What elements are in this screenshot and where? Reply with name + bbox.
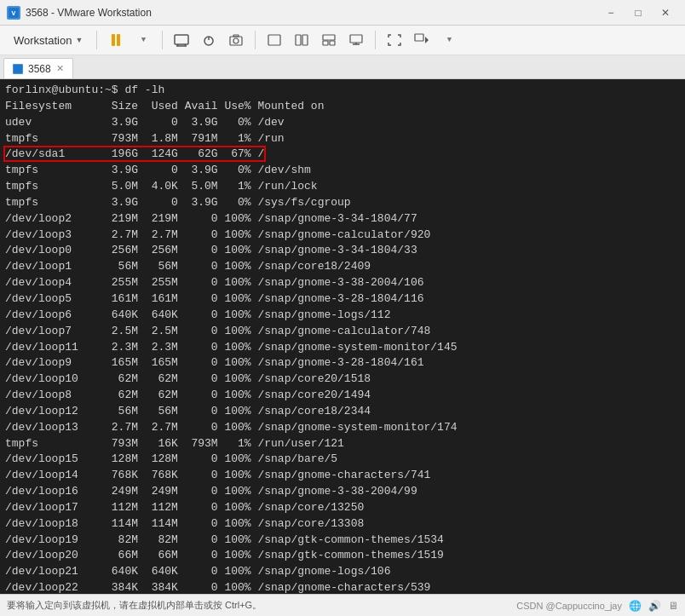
terminal-line: /dev/loop4 255M 255M 0 100% /snap/gnome-… <box>5 275 680 291</box>
terminal-line: /dev/loop10 62M 62M 0 100% /snap/core20/… <box>5 371 680 388</box>
toolbar-separator-3 <box>255 31 256 49</box>
svg-rect-2 <box>175 35 188 44</box>
svg-rect-16 <box>350 35 362 43</box>
terminal-line: /dev/loop18 114M 114M 0 100% /snap/core/… <box>5 516 680 533</box>
status-message-area: 要将输入定向到该虚拟机，请在虚拟机内部单击或按 Ctrl+G。 <box>7 599 262 612</box>
terminal-line: /dev/loop21 640K 640K 0 100% /snap/gnome… <box>5 564 680 580</box>
terminal-line: tmpfs 3.9G 0 3.9G 0% /sys/fs/cgroup <box>5 195 680 211</box>
pause-dropdown[interactable]: ▼ <box>131 29 155 51</box>
terminal-line: /dev/loop6 640K 640K 0 100% /snap/gnome-… <box>5 308 680 324</box>
terminal-line: /dev/loop9 165M 165M 0 100% /snap/gnome-… <box>5 355 680 371</box>
window-title: 3568 - VMware Workstation <box>26 7 152 19</box>
workstation-dropdown-arrow: ▼ <box>75 36 83 44</box>
terminal-line: /dev/loop20 66M 66M 0 100% /snap/gtk-com… <box>5 548 680 564</box>
terminal-line: /dev/loop0 256M 256M 0 100% /snap/gnome-… <box>5 243 680 259</box>
svg-rect-11 <box>296 35 301 45</box>
terminal-line: /dev/loop17 112M 112M 0 100% /snap/core/… <box>5 500 680 516</box>
toolbar-separator-4 <box>375 31 376 49</box>
highlighted-line-content: /dev/sda1 196G 124G 62G 67% / <box>5 147 264 160</box>
terminal-line: /dev/loop12 56M 56M 0 100% /snap/core18/… <box>5 404 680 420</box>
view-button-4[interactable] <box>344 29 368 51</box>
unity-dropdown[interactable]: ▼ <box>437 29 461 51</box>
app-icon: V <box>7 6 20 20</box>
terminal-line: /dev/loop19 82M 82M 0 100% /snap/gtk-com… <box>5 533 680 549</box>
view-button-3[interactable] <box>317 29 341 51</box>
pause-bar-right <box>117 34 120 46</box>
terminal-line: /dev/sda1 196G 124G 62G 67% / <box>5 147 680 163</box>
terminal-line: /dev/loop5 161M 161M 0 100% /snap/gnome-… <box>5 291 680 308</box>
svg-point-8 <box>233 38 239 43</box>
terminal-line: /dev/loop16 249M 249M 0 100% /snap/gnome… <box>5 484 680 500</box>
terminal-line: udev 3.9G 0 3.9G 0% /dev <box>5 115 680 131</box>
terminal-line: /dev/loop7 2.5M 2.5M 0 100% /snap/gnome-… <box>5 324 680 340</box>
svg-marker-20 <box>425 37 429 43</box>
terminal-line: /dev/loop22 384K 384K 0 100% /snap/gnome… <box>5 580 680 594</box>
terminal-line: forlinx@ubuntu:~$ df -lh <box>5 83 680 99</box>
terminal-line: /dev/loop14 768K 768K 0 100% /snap/gnome… <box>5 468 680 484</box>
svg-rect-14 <box>323 41 328 45</box>
svg-rect-9 <box>233 35 239 37</box>
window-controls: − □ ✕ <box>598 4 678 21</box>
maximize-button[interactable]: □ <box>625 4 651 21</box>
display-icon: 🖥 <box>668 600 678 612</box>
tab-bar: 3568 ✕ <box>0 55 685 79</box>
terminal-line: tmpfs 3.9G 0 3.9G 0% /dev/shm <box>5 163 680 179</box>
title-bar-left: V 3568 - VMware Workstation <box>7 6 152 20</box>
terminal-line: /dev/loop1 56M 56M 0 100% /snap/core18/2… <box>5 259 680 275</box>
menu-bar: Workstation ▼ ▼ <box>0 26 685 55</box>
snapshot-button[interactable] <box>224 29 248 51</box>
send-ctrl-alt-del-button[interactable] <box>170 29 193 51</box>
terminal-line: Filesystem Size Used Avail Use% Mounted … <box>5 99 680 115</box>
status-bar: 要将输入定向到该虚拟机，请在虚拟机内部单击或按 Ctrl+G。 CSDN @Ca… <box>0 594 685 616</box>
terminal-line: /dev/loop8 62M 62M 0 100% /snap/core20/1… <box>5 388 680 404</box>
sound-icon: 🔊 <box>648 600 661 612</box>
svg-rect-19 <box>415 34 423 41</box>
svg-rect-21 <box>14 65 22 73</box>
toolbar-separator-1 <box>96 31 97 49</box>
terminal-line: /dev/loop11 2.3M 2.3M 0 100% /snap/gnome… <box>5 340 680 356</box>
workstation-menu[interactable]: Workstation ▼ <box>7 31 89 50</box>
fullscreen-button[interactable] <box>383 29 406 51</box>
terminal-line: /dev/loop15 128M 128M 0 100% /snap/bare/… <box>5 452 680 468</box>
terminal-line: /dev/loop2 219M 219M 0 100% /snap/gnome-… <box>5 211 680 227</box>
vm-tab-label: 3568 <box>28 63 51 75</box>
close-button[interactable]: ✕ <box>653 4 678 21</box>
svg-rect-13 <box>323 35 335 40</box>
minimize-button[interactable]: − <box>598 4 624 21</box>
terminal[interactable]: forlinx@ubuntu:~$ df -lhFilesystem Size … <box>0 79 685 594</box>
status-message: 要将输入定向到该虚拟机，请在虚拟机内部单击或按 Ctrl+G。 <box>7 599 262 612</box>
svg-rect-15 <box>330 41 335 45</box>
vm-tab[interactable]: 3568 ✕ <box>3 58 73 78</box>
pause-bar-left <box>112 34 115 46</box>
terminal-line: tmpfs 793M 16K 793M 1% /run/user/121 <box>5 436 680 452</box>
terminal-line: /dev/loop13 2.7M 2.7M 0 100% /snap/gnome… <box>5 420 680 436</box>
pause-icon <box>112 34 120 46</box>
view-button-2[interactable] <box>290 29 314 51</box>
view-button-1[interactable] <box>262 29 286 51</box>
workstation-label: Workstation <box>14 34 72 47</box>
terminal-line: tmpfs 5.0M 4.0K 5.0M 1% /run/lock <box>5 179 680 195</box>
network-icon: 🌐 <box>629 600 642 612</box>
toolbar-separator-2 <box>162 31 163 49</box>
svg-rect-12 <box>302 35 308 45</box>
tab-close-button[interactable]: ✕ <box>56 63 64 74</box>
unity-button[interactable] <box>410 29 434 51</box>
terminal-line: tmpfs 793M 1.8M 791M 1% /run <box>5 131 680 147</box>
vm-tab-icon <box>13 64 23 74</box>
power-button[interactable] <box>197 29 221 51</box>
terminal-line: /dev/loop3 2.7M 2.7M 0 100% /snap/gnome-… <box>5 227 680 244</box>
pause-button[interactable] <box>104 29 128 51</box>
title-bar: V 3568 - VMware Workstation − □ ✕ <box>0 0 685 26</box>
svg-text:V: V <box>12 9 16 17</box>
status-right: CSDN @Cappuccino_jay 🌐 🔊 🖥 <box>516 600 678 612</box>
watermark: CSDN @Cappuccino_jay <box>516 601 622 611</box>
svg-rect-10 <box>268 35 280 45</box>
